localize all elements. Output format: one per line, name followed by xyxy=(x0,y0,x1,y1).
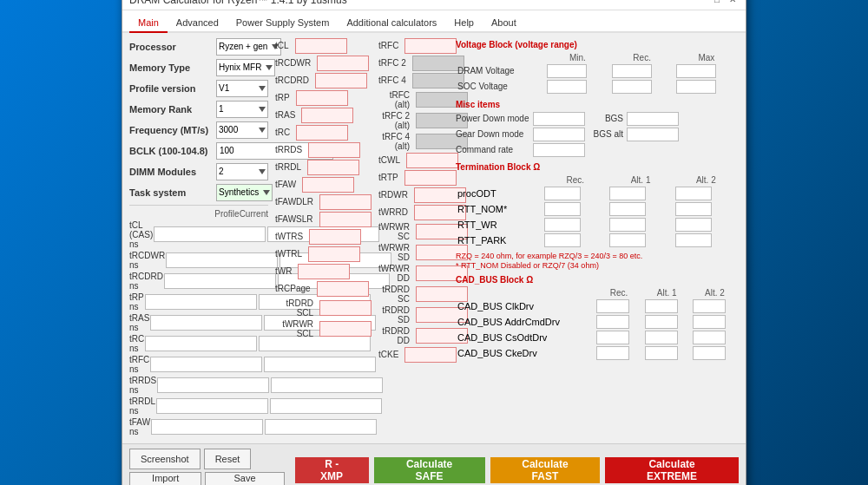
trc-profile-input[interactable] xyxy=(145,336,257,351)
trcdwr-profile-input[interactable] xyxy=(166,252,278,268)
gear-down-input[interactable] xyxy=(533,128,585,141)
frequency-select[interactable]: 3000 xyxy=(216,121,268,139)
procodt-alt1-input[interactable] xyxy=(609,187,646,200)
trfc-r-input[interactable] xyxy=(404,38,457,54)
bclk-row: BCLK (100-104.8) 100 xyxy=(129,142,268,160)
task-system-select[interactable]: Synthetics xyxy=(216,184,273,201)
trrdl-mid-input[interactable] xyxy=(307,160,359,175)
minimize-button[interactable]: − xyxy=(695,0,707,6)
trp-profile-input[interactable] xyxy=(145,294,257,310)
profile-version-row: Profile version V1 xyxy=(129,80,268,97)
tcwl-r-input[interactable] xyxy=(406,153,458,168)
soc-voltage-rec-input[interactable] xyxy=(612,80,652,94)
memory-type-select[interactable]: Hynix MFR xyxy=(216,59,275,76)
rtt-park-rec-input[interactable] xyxy=(544,233,581,247)
tfaw-profile-input[interactable] xyxy=(151,419,263,435)
import-xmp-button[interactable]: Import XMP xyxy=(129,472,201,486)
rtt-wr-rec-input[interactable] xyxy=(544,218,581,232)
twr-mid-label: tWR xyxy=(275,266,295,276)
cad-csodtdrv-rec-input[interactable] xyxy=(596,331,629,344)
trc-mid-input[interactable] xyxy=(296,125,348,141)
cad-ckedrv-alt1-input[interactable] xyxy=(645,346,678,360)
nav-power-supply[interactable]: Power Supply System xyxy=(227,14,339,33)
dram-voltage-rec-input[interactable] xyxy=(612,64,652,78)
rtt-nom-rec-input[interactable] xyxy=(544,202,581,216)
screenshot-button[interactable]: Screenshot xyxy=(129,449,201,469)
calculate-extreme-button[interactable]: Calculate EXTREME xyxy=(605,457,739,483)
twrwr-scl-mid-input[interactable] xyxy=(319,321,372,337)
tcl-cas-profile-input[interactable] xyxy=(154,226,266,242)
procodt-rec-input[interactable] xyxy=(544,187,581,200)
trcdrd-profile-input[interactable] xyxy=(164,273,276,289)
tcl-cas-label: tCL (CAS) ns xyxy=(129,220,153,249)
cad-addrcmddrv-alt1-input[interactable] xyxy=(645,315,678,329)
timing-trrds: tRRDS ns xyxy=(129,376,268,395)
bgs-alt-input[interactable] xyxy=(627,128,679,141)
twtrl-mid-input[interactable] xyxy=(308,246,360,262)
tcke-r-input[interactable] xyxy=(404,347,457,363)
cad-label-col-header xyxy=(456,287,595,298)
nav-advanced[interactable]: Advanced xyxy=(168,14,227,33)
twtrs-mid-input[interactable] xyxy=(309,229,361,245)
trrds-profile-input[interactable] xyxy=(157,377,269,393)
rtt-park-alt2-input[interactable] xyxy=(675,233,712,247)
cad-csodtdrv-alt1-input[interactable] xyxy=(645,331,678,344)
r-xmp-button[interactable]: R - XMP xyxy=(295,457,369,483)
trcdwr-mid-input[interactable] xyxy=(317,56,369,71)
col-header-profile: Profile xyxy=(214,209,239,219)
reset-button[interactable]: Reset xyxy=(204,449,252,469)
calculate-safe-button[interactable]: Calculate SAFE xyxy=(374,457,485,483)
trfc-profile-input[interactable] xyxy=(150,357,262,372)
soc-voltage-max-input[interactable] xyxy=(676,80,716,94)
maximize-button[interactable]: □ xyxy=(711,0,723,6)
trtp-r-input[interactable] xyxy=(404,170,457,186)
cad-clkdrv-rec-input[interactable] xyxy=(596,299,629,313)
tfaw-mid-input[interactable] xyxy=(302,177,354,193)
rtt-wr-alt2-input[interactable] xyxy=(675,218,712,232)
nav-additional[interactable]: Additional calculators xyxy=(338,14,445,33)
bgs-input[interactable] xyxy=(627,112,679,126)
soc-voltage-min-input[interactable] xyxy=(547,80,587,94)
rtt-park-alt1-input[interactable] xyxy=(609,233,646,247)
command-rate-input[interactable] xyxy=(533,143,585,157)
tras-profile-input[interactable] xyxy=(150,315,262,331)
tfawslr-mid-input[interactable] xyxy=(319,212,372,227)
tcl-mid-input[interactable] xyxy=(295,38,347,54)
trp-mid-input[interactable] xyxy=(296,90,348,106)
trcpage-mid-input[interactable] xyxy=(317,281,369,297)
rtt-nom-alt1-input[interactable] xyxy=(609,202,646,216)
nav-main[interactable]: Main xyxy=(129,14,168,33)
cad-addrcmddrv-rec-input[interactable] xyxy=(596,315,629,329)
memory-rank-select[interactable]: 1 xyxy=(216,101,268,118)
termination-table: Rec. Alt. 1 Alt. 2 procODT RTT_NOM* xyxy=(456,174,739,248)
cad-clkdrv-alt1-input[interactable] xyxy=(645,299,678,313)
trcdrd-mid-input[interactable] xyxy=(315,73,367,88)
procodt-alt2-input[interactable] xyxy=(675,187,712,200)
power-down-input[interactable] xyxy=(533,112,585,126)
nav-about[interactable]: About xyxy=(483,14,525,33)
cad-addrcmddrv-alt2-input[interactable] xyxy=(693,315,726,329)
processor-select[interactable]: Ryzen + gen xyxy=(216,38,281,56)
title-bar: DRAM Calculator for Ryzen™ 1.4.1 by 1usm… xyxy=(122,0,746,10)
trrds-mid-input[interactable] xyxy=(308,142,360,158)
close-button[interactable]: ✕ xyxy=(727,0,739,6)
rtt-nom-alt2-input[interactable] xyxy=(675,202,712,216)
save-settings-button[interactable]: Save settings xyxy=(205,472,284,486)
cad-ckedrv-rec-input[interactable] xyxy=(596,346,629,360)
dram-voltage-max-input[interactable] xyxy=(676,64,716,78)
rtt-wr-alt1-input[interactable] xyxy=(609,218,646,232)
nav-help[interactable]: Help xyxy=(445,14,483,33)
twr-mid-input[interactable] xyxy=(298,264,350,279)
cad-csodtdrv-alt2-input[interactable] xyxy=(693,331,726,344)
tfawdlr-mid-input[interactable] xyxy=(319,194,372,210)
tras-mid-input[interactable] xyxy=(301,108,353,123)
calculate-fast-button[interactable]: Calculate FAST xyxy=(490,457,601,483)
dimm-select[interactable]: 2 xyxy=(216,163,268,180)
cad-clkdrv-alt2-input[interactable] xyxy=(693,299,726,313)
trrdl-profile-input[interactable] xyxy=(156,398,268,414)
profile-version-select[interactable]: V1 xyxy=(216,80,268,97)
cad-ckedrv-alt2-input[interactable] xyxy=(693,346,726,360)
trdrd-scl-mid-input[interactable] xyxy=(319,300,372,316)
dram-voltage-min-input[interactable] xyxy=(547,64,587,78)
timing-trcdrd: tRCDRD ns xyxy=(129,272,268,291)
